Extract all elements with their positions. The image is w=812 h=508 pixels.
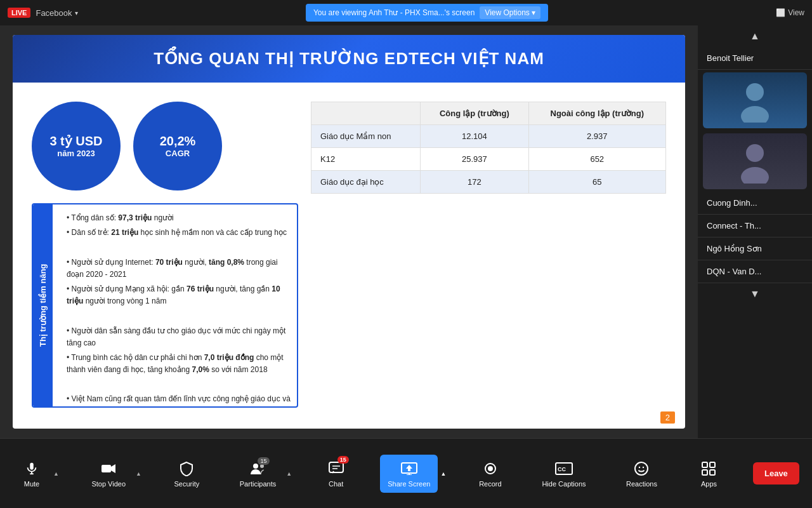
share-screen-button[interactable]: Share Screen [380,455,438,493]
table-cell-v2-0: 2.937 [528,125,665,148]
svg-marker-17 [406,465,412,471]
participant-video-2 [703,133,807,189]
svg-point-23 [639,466,640,467]
svg-rect-11 [329,462,343,472]
svg-rect-26 [710,462,715,467]
market-content: • Tổng dân số: 97,3 triệu người • Dân số… [60,204,297,406]
window-icon: ⬜ [776,8,785,17]
table-row-2: Giáo dục đại học17265 [311,171,666,194]
table-cell-label-0: Giáo dục Mầm non [311,125,421,148]
svg-rect-25 [702,462,707,467]
svg-point-2 [746,144,764,162]
hide-captions-button[interactable]: CC Hide Captions [534,455,593,493]
table-cell-v1-0: 12.104 [421,125,528,148]
scroll-down-button[interactable]: ▼ [698,283,812,305]
table-cell-v1-2: 172 [421,171,528,194]
leave-button[interactable]: Leave [753,462,799,485]
svg-point-22 [635,462,648,475]
chat-button[interactable]: 15 Chat [317,455,355,493]
table-cell-label-1: K12 [311,148,421,171]
participants-chevron[interactable]: ▲ [286,471,292,477]
stat-circle-2: 20,2% CAGR [133,102,222,190]
top-bar-left: LIVE Facebook ▾ [8,8,78,18]
market-label: Thị trường tiềm năng [33,204,53,406]
table-cell-label-2: Giáo dục đại học [311,171,421,194]
scroll-up-button[interactable]: ▲ [698,25,812,47]
svg-point-19 [488,466,493,471]
view-options-button[interactable]: View Options ▾ [480,6,540,19]
svg-rect-27 [702,470,707,475]
reactions-button[interactable]: Reactions [619,455,665,493]
table-col0-header [311,102,421,125]
live-badge: LIVE [8,8,30,18]
top-bar-right: ⬜ View [776,8,804,17]
svg-rect-7 [102,465,111,472]
reactions-group: Reactions [619,455,665,493]
table-row-1: K1225.937652 [311,148,666,171]
chat-icon: 15 [327,460,345,478]
mic-icon [23,460,41,478]
table-cell-v1-1: 25.937 [421,148,528,171]
table-row-0: Giáo dục Mầm non12.1042.937 [311,125,666,148]
apps-icon [700,460,717,478]
stop-video-button[interactable]: Stop Video [84,455,133,493]
participants-icon: 15 [249,460,267,478]
svg-point-1 [741,106,769,123]
security-button[interactable]: Security [167,455,207,493]
participant-card-1 [703,72,807,128]
table-col1-header: Công lập (trường) [421,102,528,125]
camera-icon [100,460,117,478]
svg-rect-4 [30,462,34,469]
slide-right: Công lập (trường) Ngoài công lập (trường… [311,95,666,408]
toolbar: Mute ▲ Stop Video ▲ Security [0,438,812,508]
apps-button[interactable]: Apps [690,455,728,493]
share-screen-chevron[interactable]: ▲ [440,471,446,477]
slide-left: 3 tỷ USD năm 2023 20,2% CAGR Thị trường … [32,95,298,408]
share-screen-icon [400,460,418,478]
potential-market-box: Thị trường tiềm năng • Tổng dân số: 97,3… [32,203,298,408]
stat1-label: năm 2023 [57,149,95,159]
mute-chevron[interactable]: ▲ [53,471,59,477]
participants-button[interactable]: 15 Participants [232,455,284,493]
participants-group: 15 Participants ▲ [232,455,292,493]
slide-header: TỔNG QUAN THỊ TRƯỜNG EDTECH VIỆT NAM [13,35,685,83]
video-chevron[interactable]: ▲ [136,471,141,477]
video-group: Stop Video ▲ [84,455,141,493]
platform-label: Facebook ▾ [36,8,77,18]
participant-dqn: DQN - Van D... [698,260,812,283]
apps-group: Apps [690,455,728,493]
reactions-icon [632,460,650,478]
table-col2-header: Ngoài công lập (trường) [528,102,665,125]
data-table: Công lập (trường) Ngoài công lập (trường… [311,102,666,194]
main-area: TỔNG QUAN THỊ TRƯỜNG EDTECH VIỆT NAM 3 t… [0,25,698,438]
participant-video-1 [703,72,807,128]
participant-card-2 [703,133,807,189]
svg-point-3 [741,167,769,184]
mute-button[interactable]: Mute [13,455,51,493]
screen-share-banner: You are viewing Anh Thư - PHX Sma...'s s… [306,4,548,22]
right-panel: ▲ Benoit Tellier Cuong Dinh... Connect -… [698,25,812,438]
stat-circle-1: 3 tỷ USD năm 2023 [32,102,121,190]
table-cell-v2-2: 65 [528,171,665,194]
stat2-value: 20,2% [160,133,196,149]
slide-title: TỔNG QUAN THỊ TRƯỜNG EDTECH VIỆT NAM [38,49,660,69]
slide-container: TỔNG QUAN THỊ TRƯỜNG EDTECH VIỆT NAM 3 t… [13,35,685,429]
share-screen-group: Share Screen ▲ [380,455,446,493]
stat2-label: CAGR [166,149,190,159]
slide-body: 3 tỷ USD năm 2023 20,2% CAGR Thị trường … [13,83,685,420]
mute-group: Mute ▲ [13,455,59,493]
record-button[interactable]: Record [471,455,509,493]
svg-point-24 [643,466,644,467]
participant-ngo: Ngô Hồng Sơn [698,237,812,260]
participant-cuong: Cuong Dinh... [698,192,812,215]
svg-text:CC: CC [558,466,566,472]
top-bar: LIVE Facebook ▾ You are viewing Anh Thư … [0,0,812,25]
chevron-down-icon: ▾ [532,8,535,17]
svg-marker-8 [111,464,115,473]
chevron-down-icon[interactable]: ▾ [75,10,78,17]
record-icon [481,460,499,478]
chat-group: 15 Chat [317,455,355,493]
chat-badge: 15 [337,456,349,464]
security-icon [178,460,195,478]
slide-number: 2 [660,411,675,424]
